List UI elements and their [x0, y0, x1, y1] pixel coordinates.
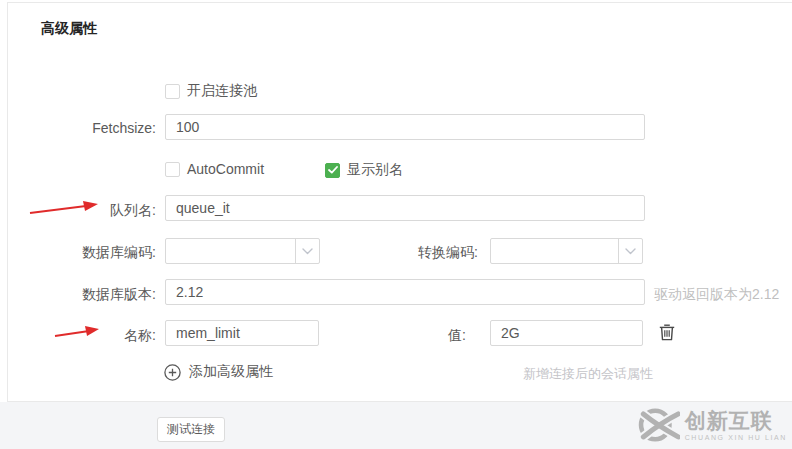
- chevron-down-icon[interactable]: [618, 239, 642, 263]
- db-encoding-select[interactable]: [165, 238, 320, 264]
- select-value: [166, 239, 295, 263]
- connection-pool-label: 开启连接池: [187, 82, 257, 100]
- convert-encoding-label: 转换编码:: [328, 244, 478, 262]
- autocommit-label: AutoCommit: [187, 161, 264, 177]
- watermark-brand: 创新互联: [685, 410, 787, 431]
- session-property-hint: 新增连接后的会话属性: [523, 365, 653, 383]
- fetchsize-label: Fetchsize:: [8, 120, 156, 136]
- add-property-button[interactable]: 添加高级属性: [164, 363, 273, 381]
- checkbox-box[interactable]: [165, 84, 180, 99]
- property-name-label: 名称:: [8, 327, 156, 345]
- convert-encoding-select[interactable]: [490, 238, 643, 264]
- watermark-logo: 创新互联 CHUANG XIN HU LIAN: [636, 403, 787, 447]
- queue-name-input[interactable]: [165, 195, 645, 221]
- watermark-text: 创新互联 CHUANG XIN HU LIAN: [685, 410, 787, 441]
- select-value: [491, 239, 618, 263]
- queue-name-label: 队列名:: [8, 202, 156, 220]
- test-connection-button[interactable]: 测试连接: [157, 417, 225, 442]
- fetchsize-input[interactable]: [165, 114, 645, 140]
- checkbox-box[interactable]: [325, 163, 340, 178]
- chevron-down-icon[interactable]: [295, 239, 319, 263]
- delete-property-button[interactable]: [656, 322, 678, 344]
- db-version-label: 数据库版本:: [8, 286, 156, 304]
- autocommit-checkbox[interactable]: AutoCommit: [165, 161, 264, 177]
- checkbox-box[interactable]: [165, 162, 180, 177]
- trash-icon: [657, 322, 677, 342]
- property-value-label: 值:: [388, 327, 466, 345]
- show-alias-label: 显示别名: [347, 161, 403, 179]
- db-version-hint: 驱动返回版本为2.12: [654, 286, 779, 304]
- connection-pool-checkbox[interactable]: 开启连接池: [165, 82, 257, 100]
- show-alias-checkbox[interactable]: 显示别名: [325, 161, 403, 179]
- property-name-input[interactable]: [165, 320, 319, 346]
- plus-circle-icon: [164, 364, 181, 381]
- check-icon: [328, 166, 338, 174]
- db-encoding-label: 数据库编码:: [8, 244, 156, 262]
- add-property-label: 添加高级属性: [189, 363, 273, 381]
- db-version-input[interactable]: [165, 279, 645, 305]
- property-value-input[interactable]: [490, 320, 643, 346]
- panel-title: 高级属性: [41, 20, 97, 38]
- cx-logo-icon: [636, 403, 680, 447]
- advanced-properties-panel: 高级属性 开启连接池 Fetchsize: AutoCommit 显示别名: [7, 2, 792, 402]
- watermark-brand-sub: CHUANG XIN HU LIAN: [685, 434, 787, 441]
- advanced-properties-screen: 高级属性 开启连接池 Fetchsize: AutoCommit 显示别名: [0, 0, 792, 449]
